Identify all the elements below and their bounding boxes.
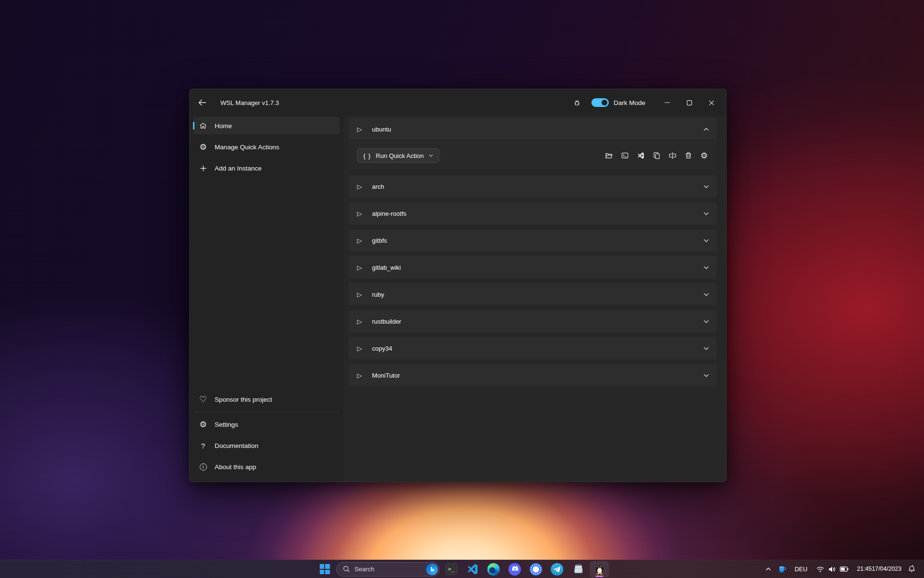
instance-row-monitutor[interactable]: ▷ MoniTutor (348, 364, 717, 386)
play-icon[interactable]: ▷ (357, 372, 362, 379)
chevron-down-icon[interactable] (704, 266, 709, 269)
wsl-manager-window: WSL Manager v1.7.3 Dark Mode (189, 89, 727, 482)
instance-name: ubuntu (372, 126, 391, 133)
cup-icon (778, 565, 786, 573)
search-icon (343, 565, 350, 573)
clock[interactable]: 21:45 17/04/2023 (857, 561, 901, 578)
open-folder-icon (605, 152, 613, 159)
taskbar-app-scanner[interactable] (569, 561, 588, 578)
play-icon[interactable]: ▷ (357, 264, 362, 271)
instance-name: rustbuilder (372, 318, 401, 325)
instance-card-ubuntu: ▷ ubuntu { } Run Quick Action (348, 118, 717, 171)
instance-row-ruby[interactable]: ▷ ruby (348, 283, 717, 305)
chevron-down-icon[interactable] (704, 347, 709, 350)
play-icon[interactable]: ▷ (357, 237, 362, 244)
run-quick-action-button[interactable]: { } Run Quick Action (357, 148, 439, 163)
sidebar-item-manage-quick-actions[interactable]: ⚙ Manage Quick Actions (193, 138, 340, 156)
instance-settings-button[interactable]: ⚙ (699, 151, 709, 160)
chevron-down-icon[interactable] (704, 374, 709, 377)
dark-mode-toggle[interactable] (591, 98, 609, 107)
open-folder-button[interactable] (604, 151, 614, 160)
sidebar-item-sponsor[interactable]: ♡ Sponsor this project (193, 391, 340, 408)
battery-icon (840, 566, 848, 572)
taskbar-app-edge[interactable] (484, 561, 503, 578)
gear-icon: ⚙ (198, 143, 208, 151)
chevron-down-icon (429, 154, 433, 157)
delete-button[interactable] (683, 151, 693, 160)
instance-name: alpine-rootfs (372, 210, 407, 217)
clock-date: 17/04/2023 (872, 565, 901, 573)
sidebar-item-label: Settings (215, 421, 238, 428)
notification-center-button[interactable] (906, 561, 917, 578)
instance-name: copy34 (372, 345, 392, 352)
instance-row-rustbuilder[interactable]: ▷ rustbuilder (348, 310, 717, 332)
language-indicator[interactable]: DEU (790, 561, 812, 578)
report-bug-button[interactable] (569, 95, 585, 110)
rename-button[interactable] (667, 151, 677, 160)
open-vscode-button[interactable] (636, 151, 645, 160)
sidebar-item-settings[interactable]: ⚙ Settings (193, 416, 340, 433)
play-icon[interactable]: ▷ (357, 345, 362, 352)
minimize-button[interactable] (656, 94, 678, 111)
tray-expand-button[interactable] (762, 561, 774, 578)
sidebar-item-home[interactable]: Home (193, 117, 340, 134)
chevron-down-icon[interactable] (704, 320, 709, 323)
chevron-down-icon[interactable] (704, 293, 709, 296)
play-icon[interactable]: ▷ (357, 210, 362, 217)
instance-row-gitlab-wiki[interactable]: ▷ gitlab_wiki (348, 256, 717, 278)
play-icon[interactable]: ▷ (357, 291, 362, 298)
sidebar-item-label: Manage Quick Actions (215, 144, 279, 151)
scanner-app-icon (572, 563, 584, 575)
sidebar-item-documentation[interactable]: ? Documentation (193, 437, 340, 454)
duplicate-button[interactable] (652, 151, 661, 160)
back-button[interactable] (194, 95, 210, 110)
vscode-app-icon (466, 563, 478, 575)
play-icon[interactable]: ▷ (357, 126, 362, 133)
clock-time: 21:45 (857, 565, 872, 573)
heart-icon: ♡ (198, 395, 208, 404)
telegram-app-icon (551, 563, 564, 576)
taskbar-app-vscode[interactable] (463, 561, 482, 578)
system-tray-status[interactable] (812, 561, 852, 578)
taskbar-app-telegram[interactable] (548, 561, 567, 578)
instance-row-copy34[interactable]: ▷ copy34 (348, 337, 717, 359)
taskbar-app-signal[interactable] (526, 561, 546, 578)
settings-gear-icon: ⚙ (700, 152, 707, 160)
minimize-icon (665, 102, 670, 103)
chevron-down-icon[interactable] (704, 185, 709, 188)
play-icon[interactable]: ▷ (357, 183, 362, 190)
vscode-icon (637, 152, 645, 159)
maximize-button[interactable] (678, 94, 700, 111)
instance-row-alpine-rootfs[interactable]: ▷ alpine-rootfs (348, 202, 717, 224)
open-terminal-button[interactable] (620, 151, 629, 160)
chevron-down-icon[interactable] (704, 212, 709, 215)
search-label: Search (355, 565, 374, 573)
chevron-up-icon[interactable] (704, 128, 709, 131)
taskbar-app-terminal[interactable]: >_ (442, 561, 461, 578)
notification-bell-icon (908, 565, 916, 573)
braces-icon: { } (363, 152, 371, 159)
taskbar-search[interactable]: Search (336, 562, 440, 577)
instance-header-ubuntu[interactable]: ▷ ubuntu (348, 118, 717, 140)
chevron-down-icon[interactable] (704, 239, 709, 242)
instance-row-gitbfs[interactable]: ▷ gitbfs (348, 229, 717, 251)
play-icon[interactable]: ▷ (357, 318, 362, 325)
plus-icon (198, 165, 208, 172)
close-button[interactable] (700, 94, 722, 111)
sidebar-divider (194, 412, 339, 412)
window-title: WSL Manager v1.7.3 (220, 99, 279, 106)
rename-icon (668, 152, 677, 159)
sidebar-item-label: Documentation (215, 442, 258, 449)
tray-beverage-app[interactable] (774, 561, 790, 578)
bing-chat-icon[interactable] (426, 564, 438, 575)
info-icon: i (198, 463, 208, 471)
maximize-icon (687, 100, 692, 105)
sidebar-item-about[interactable]: i About this app (193, 458, 340, 475)
instance-row-arch[interactable]: ▷ arch (348, 175, 717, 197)
taskbar-app-wsl-manager[interactable] (590, 561, 609, 578)
start-button[interactable] (315, 561, 334, 578)
taskbar-app-discord[interactable] (505, 561, 525, 578)
instance-actions-panel: { } Run Quick Action (348, 140, 717, 171)
back-arrow-icon (198, 99, 206, 106)
sidebar-item-add-instance[interactable]: Add an Instance (193, 159, 340, 177)
